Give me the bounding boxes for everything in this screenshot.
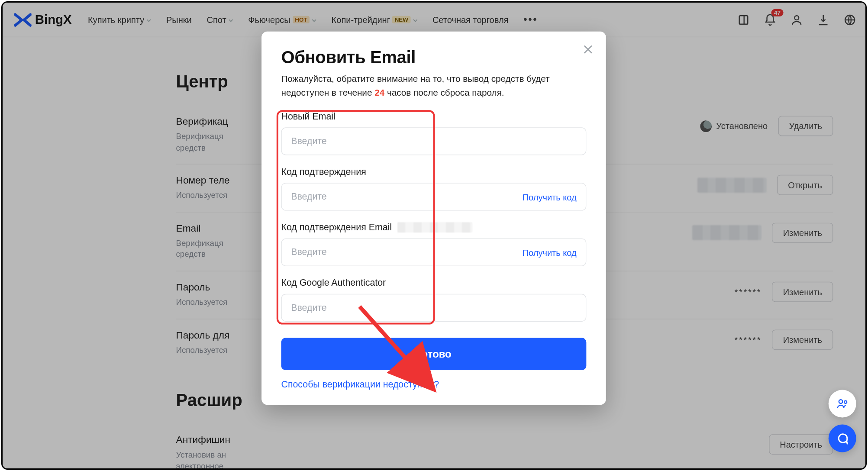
field-confirm-code: Код подтверждения Получить код <box>281 167 586 210</box>
input-wrap <box>281 127 586 155</box>
chat-button[interactable] <box>829 425 856 452</box>
field-label: Код Google Authenticator <box>281 278 586 288</box>
new-email-input[interactable] <box>291 136 576 146</box>
field-label: Код подтверждения <box>281 167 586 177</box>
ga-code-input[interactable] <box>291 303 576 313</box>
submit-button[interactable]: Готово <box>281 338 586 370</box>
modal-sub-b: часов после сброса пароля. <box>384 87 504 97</box>
field-email-code: Код подтверждения Email Получить код <box>281 222 586 266</box>
input-wrap: Получить код <box>281 239 586 266</box>
input-wrap <box>281 294 586 322</box>
svg-point-5 <box>844 401 847 403</box>
field-new-email: Новый Email <box>281 111 586 155</box>
input-wrap: Получить код <box>281 183 586 211</box>
email-code-input[interactable] <box>291 247 523 258</box>
get-code-link[interactable]: Получить код <box>523 192 577 202</box>
field-label: Новый Email <box>281 111 586 122</box>
field-ga-code: Код Google Authenticator <box>281 278 586 322</box>
get-code-link[interactable]: Получить код <box>523 247 577 257</box>
modal-title: Обновить Email <box>281 48 586 67</box>
confirm-code-input[interactable] <box>291 192 523 202</box>
modal-subtitle: Пожалуйста, обратите внимание на то, что… <box>281 72 586 100</box>
svg-point-4 <box>839 400 843 403</box>
close-icon[interactable] <box>582 43 594 55</box>
field-label-text: Код подтверждения Email <box>281 222 392 232</box>
field-label: Код подтверждения Email <box>281 222 586 232</box>
support-user-button[interactable] <box>829 390 856 417</box>
modal-sub-highlight: 24 <box>374 87 384 97</box>
masked-email <box>397 222 473 232</box>
verification-unavailable-link[interactable]: Способы верификации недоступны? <box>281 379 586 390</box>
update-email-modal: Обновить Email Пожалуйста, обратите вним… <box>261 32 606 405</box>
